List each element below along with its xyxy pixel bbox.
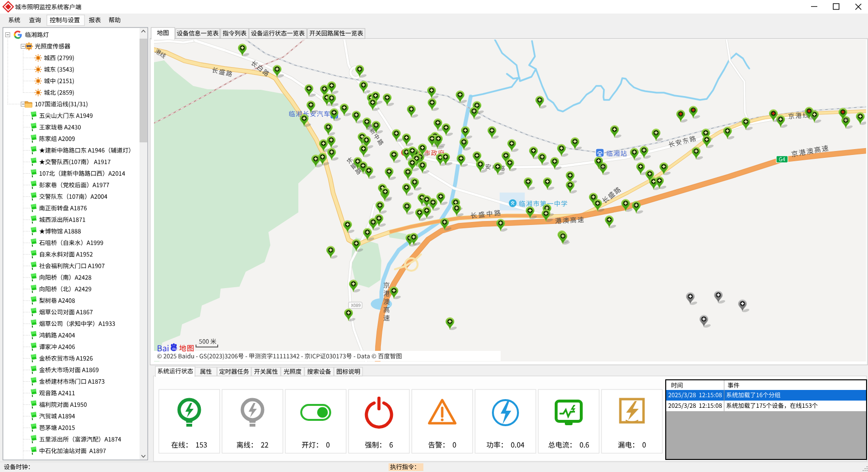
svg-text:du: du <box>172 347 177 351</box>
